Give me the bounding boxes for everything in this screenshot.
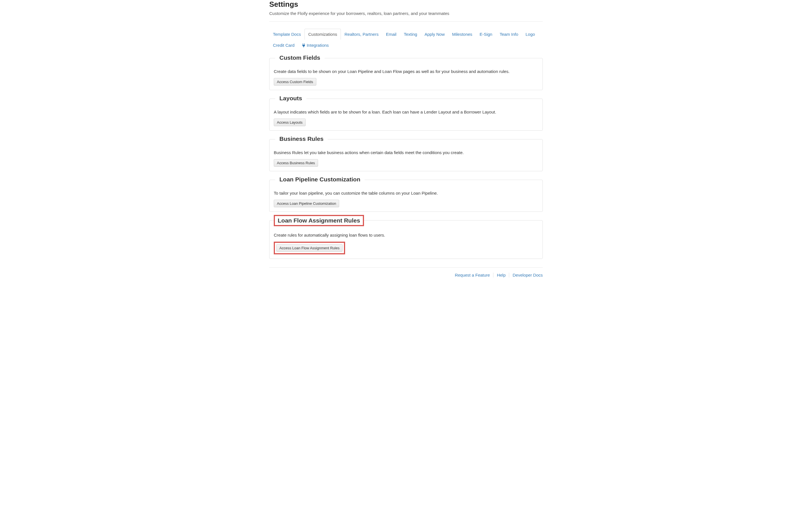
plug-icon xyxy=(302,43,305,47)
panel-loan-pipeline: Loan Pipeline Customization To tailor yo… xyxy=(269,180,543,212)
page-subtitle: Customize the Floify experience for your… xyxy=(269,11,543,16)
developer-docs-link[interactable]: Developer Docs xyxy=(509,273,543,277)
access-loan-flow-button[interactable]: Access Loan Flow Assignment Rules xyxy=(276,244,343,252)
panel-title-loan-flow: Loan Flow Assignment Rules xyxy=(274,215,364,226)
panel-desc-loan-pipeline: To tailor your loan pipeline, you can cu… xyxy=(274,191,538,195)
access-loan-pipeline-button[interactable]: Access Loan Pipeline Customization xyxy=(274,200,339,207)
request-feature-link[interactable]: Request a Feature xyxy=(451,273,493,277)
tab-customizations[interactable]: Customizations xyxy=(305,29,341,40)
panel-desc-custom-fields: Create data fields to be shown on your L… xyxy=(274,69,538,74)
tab-logo[interactable]: Logo xyxy=(522,29,539,40)
panel-layouts: Layouts A layout indicates which fields … xyxy=(269,99,543,131)
tab-integrations-label: Integrations xyxy=(307,43,329,48)
tab-esign[interactable]: E-Sign xyxy=(476,29,496,40)
tab-integrations[interactable]: Integrations xyxy=(298,40,333,51)
tab-realtors-partners[interactable]: Realtors, Partners xyxy=(341,29,382,40)
help-link[interactable]: Help xyxy=(493,273,509,277)
footer-divider xyxy=(269,267,543,268)
tab-apply-now[interactable]: Apply Now xyxy=(421,29,449,40)
tab-milestones[interactable]: Milestones xyxy=(448,29,476,40)
panel-title-layouts: Layouts xyxy=(275,95,306,102)
panel-custom-fields: Custom Fields Create data fields to be s… xyxy=(269,58,543,90)
access-custom-fields-button[interactable]: Access Custom Fields xyxy=(274,78,316,86)
divider xyxy=(269,21,543,22)
panel-business-rules: Business Rules Business Rules let you ta… xyxy=(269,139,543,171)
panel-desc-layouts: A layout indicates which fields are to b… xyxy=(274,110,538,114)
access-business-rules-button[interactable]: Access Business Rules xyxy=(274,159,318,167)
tabs-bar: Template Docs Customizations Realtors, P… xyxy=(269,29,543,51)
tab-template-docs[interactable]: Template Docs xyxy=(269,29,305,40)
tab-credit-card[interactable]: Credit Card xyxy=(269,40,298,51)
panel-desc-business-rules: Business Rules let you take business act… xyxy=(274,150,538,155)
panel-loan-flow: Loan Flow Assignment Rules Create rules … xyxy=(269,220,543,259)
tab-texting[interactable]: Texting xyxy=(400,29,421,40)
tab-email[interactable]: Email xyxy=(382,29,400,40)
panel-desc-loan-flow: Create rules for automatically assigning… xyxy=(274,233,538,237)
footer-links: Request a Feature Help Developer Docs xyxy=(269,273,543,283)
page-title: Settings xyxy=(269,0,543,9)
panel-title-custom-fields: Custom Fields xyxy=(275,54,324,61)
tab-team-info[interactable]: Team Info xyxy=(496,29,522,40)
panel-title-loan-pipeline: Loan Pipeline Customization xyxy=(275,176,364,183)
panel-title-business-rules: Business Rules xyxy=(275,135,327,142)
access-layouts-button[interactable]: Access Layouts xyxy=(274,119,306,126)
